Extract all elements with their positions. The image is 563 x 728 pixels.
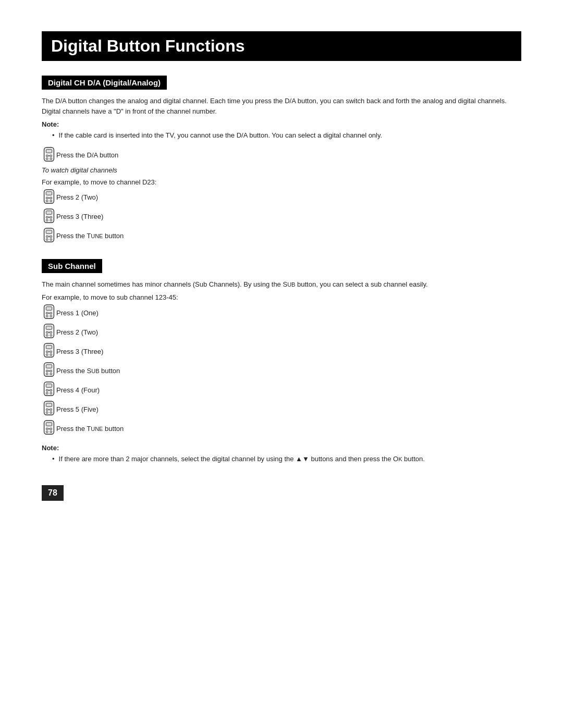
section1-watch-label: To watch digital channels: [42, 166, 521, 174]
svg-point-12: [50, 200, 52, 202]
svg-point-62: [48, 390, 50, 391]
section1-header: Digital CH D/A (Digital/Analog): [42, 76, 167, 90]
svg-point-52: [50, 370, 52, 372]
svg-point-53: [46, 373, 48, 375]
remote-icon-s3: [42, 343, 56, 360]
svg-point-24: [50, 236, 52, 238]
remote-icon-2: [42, 189, 56, 206]
svg-point-11: [46, 200, 48, 202]
svg-rect-8: [46, 191, 52, 195]
svg-point-76: [48, 428, 50, 429]
svg-point-6: [48, 155, 50, 156]
section1-step4-text: Press the TUNE button: [56, 232, 124, 240]
svg-point-37: [46, 331, 48, 334]
svg-point-34: [48, 313, 50, 314]
svg-point-5: [50, 157, 52, 159]
svg-point-46: [46, 354, 48, 356]
section2-step5-text: Press 4 (Four): [56, 386, 100, 394]
section2-body: The main channel sometimes has minor cha…: [42, 279, 521, 290]
section2-step4-text: Press the SUB button: [56, 367, 120, 375]
section2-step3-row: Press 3 (Three): [42, 343, 521, 360]
page-number: 78: [42, 485, 64, 501]
section1-step3-row: Press 3 (Three): [42, 208, 521, 225]
section1-step3-text: Press 3 (Three): [56, 213, 103, 220]
remote-icon-s6: [42, 401, 56, 417]
remote-icon-1: [42, 147, 56, 164]
svg-point-54: [50, 373, 52, 375]
section2-step2-row: Press 2 (Two): [42, 324, 521, 340]
svg-point-17: [50, 216, 52, 218]
remote-icon-s1: [42, 304, 56, 321]
page-title: Digital Button Functions: [42, 31, 521, 61]
svg-rect-50: [46, 365, 52, 368]
section2-step5-row: Press 4 (Four): [42, 381, 521, 398]
svg-rect-15: [46, 211, 52, 214]
svg-point-67: [46, 412, 48, 414]
svg-point-2: [46, 155, 48, 157]
svg-point-59: [50, 389, 52, 391]
section2-note-item: If there are more than 2 major channels,…: [52, 454, 521, 464]
svg-point-25: [46, 238, 48, 240]
svg-point-3: [50, 155, 52, 157]
section1-example-label: For example, to move to channel D23:: [42, 178, 521, 186]
section2-example-label: For example, to move to sub channel 123-…: [42, 293, 521, 301]
section1-note-item: If the cable card is inserted into the T…: [52, 130, 521, 141]
svg-point-41: [48, 332, 50, 333]
section2-step7-row: Press the TUNE button: [42, 420, 521, 437]
svg-point-75: [50, 431, 52, 433]
section1-step4-row: Press the TUNE button: [42, 228, 521, 244]
section-digital-da: Digital CH D/A (Digital/Analog) The D/A …: [42, 76, 521, 244]
section2-step6-row: Press 5 (Five): [42, 401, 521, 417]
svg-point-32: [46, 315, 48, 317]
section1-step1-text: Press the D/A button: [56, 151, 118, 159]
section1-step2-text: Press 2 (Two): [56, 193, 98, 201]
svg-rect-57: [46, 384, 52, 388]
section2-step2-text: Press 2 (Two): [56, 328, 98, 336]
svg-point-16: [46, 216, 48, 218]
remote-icon-4: [42, 228, 56, 244]
svg-point-30: [46, 312, 48, 314]
remote-icon-3: [42, 208, 56, 225]
svg-point-61: [50, 392, 52, 394]
section2-step4-row: Press the SUB button: [42, 362, 521, 379]
svg-rect-29: [46, 307, 52, 311]
svg-point-19: [50, 219, 52, 221]
svg-point-45: [50, 351, 52, 353]
section1-note-label: Note:: [42, 120, 521, 128]
svg-point-20: [48, 216, 50, 217]
svg-rect-43: [46, 346, 52, 349]
svg-rect-1: [46, 149, 52, 153]
svg-rect-36: [46, 326, 52, 330]
svg-point-74: [46, 431, 48, 433]
remote-icon-s5: [42, 381, 56, 398]
svg-point-73: [50, 428, 52, 430]
svg-rect-71: [46, 423, 52, 426]
remote-icon-s4: [42, 362, 56, 379]
section1-body: The D/A button changes the analog and di…: [42, 96, 521, 116]
section1-step2-row: Press 2 (Two): [42, 189, 521, 206]
svg-point-26: [50, 238, 52, 240]
svg-point-9: [46, 197, 48, 199]
section2-step7-text: Press the TUNE button: [56, 425, 124, 433]
svg-point-51: [46, 370, 48, 372]
section1-step1-row: Press the D/A button: [42, 147, 521, 164]
svg-point-10: [50, 197, 52, 199]
remote-icon-s2: [42, 324, 56, 340]
svg-point-23: [46, 236, 48, 238]
svg-point-65: [46, 409, 48, 411]
section2-step6-text: Press 5 (Five): [56, 405, 99, 413]
svg-point-18: [46, 219, 48, 221]
section2-step3-text: Press 3 (Three): [56, 348, 103, 355]
svg-point-68: [50, 412, 52, 414]
svg-rect-22: [46, 230, 52, 233]
svg-point-44: [46, 351, 48, 353]
remote-icon-s7: [42, 420, 56, 437]
svg-point-60: [46, 392, 48, 394]
section2-header: Sub Channel: [42, 259, 102, 273]
section2-note-label: Note:: [42, 444, 521, 452]
svg-point-66: [50, 409, 52, 411]
svg-point-47: [50, 354, 52, 356]
svg-point-58: [46, 389, 48, 391]
svg-point-31: [50, 312, 52, 314]
svg-point-27: [48, 236, 50, 237]
